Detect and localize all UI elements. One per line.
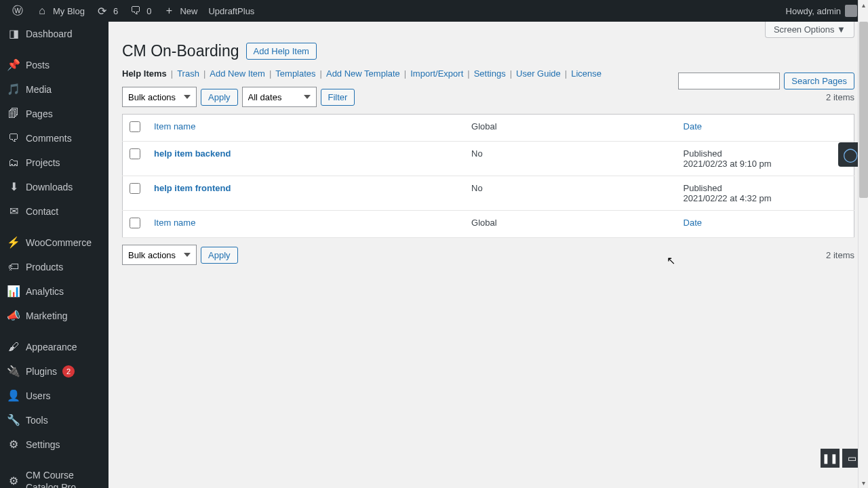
sidebar-item-users[interactable]: 👤Users [0, 384, 108, 408]
pause-button[interactable]: ❚❚ [821, 449, 840, 468]
table-row: help item backend No Published2021/02/23… [123, 142, 854, 176]
col-footer-date[interactable]: Date [684, 218, 702, 228]
bulk-actions-select[interactable]: Bulk actions [122, 87, 197, 107]
sidebar-item-cm-course[interactable]: ⚙CM Course Catalog Pro [0, 464, 108, 488]
sidebar-item-woocommerce[interactable]: ⚡WooCommerce [0, 230, 108, 255]
new-link[interactable]: +New [157, 0, 203, 22]
comment-icon: 🗨 [129, 4, 142, 18]
sidebar-item-projects[interactable]: 🗂Projects [0, 150, 108, 175]
subnav-import-export[interactable]: Import/Export [410, 68, 463, 79]
tag-icon: 🏷 [7, 260, 20, 274]
plugins-badge: 2 [62, 365, 75, 378]
pause-icon: ❚❚ [822, 453, 838, 464]
sidebar-item-analytics[interactable]: 📊Analytics [0, 279, 108, 304]
floating-controls: ❚❚ ▭ [821, 449, 861, 468]
sidebar-item-marketing[interactable]: 📣Marketing [0, 304, 108, 328]
site-name-link[interactable]: ⌂My Blog [30, 0, 90, 22]
gear-icon: ⚙ [7, 474, 20, 488]
sidebar-item-label: WooCommerce [26, 237, 92, 249]
sidebar-item-label: Settings [26, 439, 60, 451]
media-icon: 🎵 [7, 83, 20, 96]
comments-link[interactable]: 🗨0 [123, 0, 157, 22]
bulk-actions-select-bottom[interactable]: Bulk actions [122, 245, 197, 265]
sidebar-item-label: Marketing [26, 310, 67, 322]
pin-icon: 📌 [7, 58, 20, 72]
wrench-icon: 🔧 [7, 413, 20, 427]
row-item-link[interactable]: help item frontend [154, 183, 231, 193]
sidebar-item-label: CM Course Catalog Pro [26, 469, 102, 488]
subnav-add-new-item[interactable]: Add New Item [210, 68, 265, 79]
brush-icon: 🖌 [7, 340, 20, 354]
sidebar-item-dashboard[interactable]: ◨Dashboard [0, 22, 108, 46]
sidebar-item-label: Plugins [26, 365, 57, 378]
filter-button[interactable]: Filter [321, 89, 355, 106]
screen-options-toggle[interactable]: Screen Options ▼ [765, 22, 854, 38]
col-header-date[interactable]: Date [684, 121, 702, 131]
sidebar-item-label: Users [26, 390, 51, 402]
refresh-icon: ⟳ [96, 4, 109, 18]
col-header-global: Global [465, 115, 676, 142]
sidebar-item-products[interactable]: 🏷Products [0, 255, 108, 279]
subnav-user-guide[interactable]: User Guide [516, 68, 561, 79]
col-footer-name[interactable]: Item name [154, 218, 195, 228]
select-all-checkbox[interactable] [130, 121, 140, 132]
date-filter-select[interactable]: All dates [242, 87, 317, 107]
col-footer-global: Global [465, 211, 676, 238]
sidebar-item-pages[interactable]: 🗐Pages [0, 102, 108, 126]
dashboard-icon: ◨ [7, 27, 20, 41]
comments-count: 0 [146, 6, 151, 16]
apply-button[interactable]: Apply [201, 89, 238, 106]
my-account[interactable]: Howdy, admin [781, 0, 863, 22]
sidebar-item-label: Pages [26, 108, 53, 120]
scrollbar-thumb[interactable] [859, 22, 868, 198]
sidebar-item-downloads[interactable]: ⬇Downloads [0, 175, 108, 199]
subnav-license[interactable]: License [571, 68, 601, 79]
updraft-link[interactable]: UpdraftPlus [203, 0, 260, 22]
page-icon: 🗐 [7, 107, 20, 121]
sidebar-item-settings[interactable]: ⚙Settings [0, 432, 108, 457]
search-box: Search Pages [678, 73, 854, 89]
sidebar-item-posts[interactable]: 📌Posts [0, 53, 108, 77]
scrollbar-down-icon[interactable]: ▾ [859, 478, 868, 488]
search-input[interactable] [678, 73, 780, 89]
admin-sidebar: ◨Dashboard 📌Posts 🎵Media 🗐Pages 🗨Comment… [0, 22, 108, 488]
scrollbar[interactable]: ▴ ▾ [858, 0, 868, 488]
sidebar-item-label: Downloads [26, 181, 73, 193]
add-help-item-button[interactable]: Add Help Item [246, 43, 317, 60]
search-button[interactable]: Search Pages [784, 73, 854, 89]
subnav-settings[interactable]: Settings [474, 68, 506, 79]
sidebar-item-plugins[interactable]: 🔌Plugins2 [0, 359, 108, 384]
col-header-name[interactable]: Item name [154, 121, 195, 131]
row-item-link[interactable]: help item backend [154, 148, 231, 159]
scrollbar-up-icon[interactable]: ▴ [859, 0, 868, 10]
apply-button-bottom[interactable]: Apply [201, 247, 238, 264]
home-icon: ⌂ [35, 4, 49, 18]
items-count-top: 2 items [826, 92, 854, 102]
subnav-templates[interactable]: Templates [275, 68, 315, 79]
sidebar-item-appearance[interactable]: 🖌Appearance [0, 335, 108, 359]
mail-icon: ✉ [7, 205, 20, 218]
row-date: 2021/02/22 at 4:32 pm [684, 193, 847, 203]
new-label: New [180, 6, 197, 16]
row-checkbox[interactable] [130, 148, 140, 159]
sidebar-item-comments[interactable]: 🗨Comments [0, 126, 108, 150]
comment-icon: 🗨 [7, 131, 20, 145]
sidebar-item-contact[interactable]: ✉Contact [0, 199, 108, 224]
sidebar-item-tools[interactable]: 🔧Tools [0, 408, 108, 432]
subnav-add-new-template[interactable]: Add New Template [326, 68, 400, 79]
portfolio-icon: 🗂 [7, 156, 20, 169]
updraft-label: UpdraftPlus [208, 6, 254, 16]
screen-icon: ▭ [848, 453, 856, 464]
megaphone-icon: 📣 [7, 309, 20, 323]
sidebar-item-label: Dashboard [26, 28, 73, 40]
wp-logo[interactable]: ⓦ [5, 0, 30, 22]
subnav-help-items[interactable]: Help Items [122, 68, 167, 79]
row-checkbox[interactable] [130, 183, 140, 194]
subnav-trash[interactable]: Trash [177, 68, 199, 79]
sidebar-item-label: Media [26, 83, 52, 96]
sidebar-item-media[interactable]: 🎵Media [0, 77, 108, 102]
select-all-checkbox-bottom[interactable] [130, 218, 140, 228]
plugin-icon: 🔌 [7, 365, 20, 378]
updates-link[interactable]: ⟳6 [90, 0, 123, 22]
items-table: Item name Global Date help item backend … [122, 114, 854, 238]
